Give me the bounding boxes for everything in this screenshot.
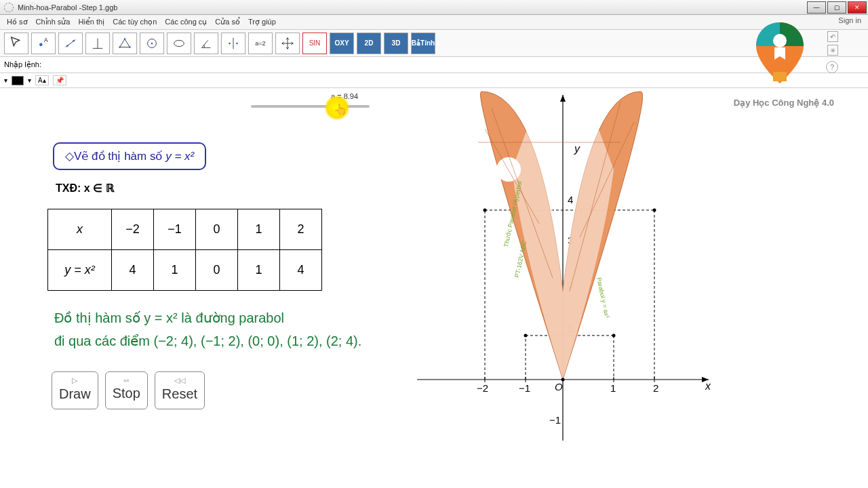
values-table: x −2 −1 0 1 2 y = x² 4 1 0 1 4 [47,209,322,291]
hand-cursor-icon: 👆 [334,103,347,116]
svg-point-55 [653,209,656,212]
table-cell: 0 [196,250,238,291]
svg-point-42 [496,157,521,182]
input-bar: Nhập lệnh: [0,57,868,73]
help-icon[interactable]: ? [826,61,838,73]
menu-item[interactable]: Các tùy chọn [108,18,161,26]
table-row: y = x² 4 1 0 1 4 [48,250,322,291]
svg-text:4: 4 [568,194,573,205]
tool-ellipse[interactable] [167,33,191,54]
tool-polygon[interactable] [113,33,137,54]
slider-track[interactable] [251,105,370,108]
svg-text:Parabol y = ax²: Parabol y = ax² [595,277,610,319]
tool-move-view[interactable] [275,33,300,54]
table-cell: 2 [280,209,322,250]
tool-2d[interactable]: 2D [357,33,381,54]
menu-item[interactable]: Chỉnh sửa [32,18,75,26]
draw-button[interactable]: ▷Draw [52,371,98,409]
svg-marker-22 [560,95,566,102]
function-title-box: ◇Vẽ đồ thị hàm số y = x² [53,142,206,170]
command-input[interactable] [44,61,864,69]
svg-point-12 [151,42,153,44]
menu-item[interactable]: Trợ giúp [244,18,280,26]
svg-point-8 [124,38,126,40]
brand-text: Dạy Học Công Nghệ 4.0 [734,98,834,108]
tool-reflect[interactable] [221,33,245,54]
svg-point-52 [524,334,528,338]
svg-rect-18 [773,72,787,81]
app-icon [4,3,14,12]
brand-logo [753,19,807,87]
caption-line: đi qua các điểm (−2; 4), (−1; 2), (0; 0)… [54,329,361,352]
svg-point-3 [66,45,68,47]
menu-item[interactable]: Hiển thị [74,18,108,26]
svg-point-51 [484,209,487,212]
window-title: Minh-hoa-Parabol -Step 1.ggb [18,3,117,12]
rewind-icon: ◁◁ [162,376,197,385]
svg-marker-7 [120,39,130,47]
caption-text: Đồ thị hàm số y = x² là đường parabol đi… [54,306,361,352]
svg-point-0 [39,43,43,46]
row-header: y = x² [48,250,112,291]
menu-item[interactable]: Hồ sơ [3,18,32,26]
tool-line[interactable] [58,33,83,54]
style-bar: ▾ ▾ A▴ 📌 [0,73,868,88]
tool-slider[interactable]: a=2 [248,33,273,54]
svg-text:−2: −2 [477,382,488,394]
svg-text:1: 1 [610,382,616,394]
view-controls: ↶ ✳ [827,31,838,56]
svg-text:2: 2 [653,382,658,394]
svg-text:−1: −1 [549,414,561,426]
table-cell: 4 [112,250,154,291]
svg-point-13 [174,40,184,46]
color-swatch[interactable] [12,76,24,85]
svg-point-16 [236,42,238,44]
domain-text: TXĐ: x ∈ ℝ [56,182,115,195]
dropdown-arrow-icon[interactable]: ▾ [4,77,7,84]
svg-point-17 [773,34,787,47]
tool-sin[interactable]: SIN [302,33,327,54]
pin-icon[interactable]: 📌 [53,75,66,85]
tool-spreadsheet[interactable]: BảTính [411,33,435,54]
y-axis-label: y [574,143,580,155]
menu-item[interactable]: Cửa sổ [211,18,244,26]
minimize-button[interactable]: — [807,1,826,14]
tool-angle[interactable] [194,33,218,54]
settings-icon[interactable]: ✳ [827,45,838,56]
window-controls: — ▢ ✕ [807,1,867,14]
stop-button[interactable]: ▫▫Stop [105,371,148,409]
coordinate-graph: x y O −2−112 1234−1 Thước Parabol Hyperb… [417,88,715,468]
tool-move[interactable] [4,33,28,54]
close-button[interactable]: ✕ [848,1,867,14]
reset-button[interactable]: ◁◁Reset [155,371,205,409]
table-cell: 1 [154,250,196,291]
dropdown-arrow-icon[interactable]: ▾ [28,77,31,84]
menu-bar: Hồ sơ Chỉnh sửa Hiển thị Các tùy chọn Cá… [0,15,868,30]
svg-point-9 [129,46,131,48]
svg-text:−1: −1 [519,382,530,394]
action-buttons: ▷Draw ▫▫Stop ◁◁Reset [52,371,205,409]
title-formula: y = x² [165,150,194,163]
signin-link[interactable]: Sign in [838,16,861,24]
caption-line: Đồ thị hàm số y = x² là đường parabol [54,306,361,329]
tool-point[interactable]: A [31,33,56,54]
tool-3d[interactable]: 3D [384,33,408,54]
tool-perpendicular[interactable] [85,33,110,54]
svg-point-54 [612,334,616,338]
row-header: x [48,209,112,250]
table-cell: −1 [154,209,196,250]
toolbar: A a=2 SIN OXY 2D 3D BảTính [0,30,868,57]
input-label: Nhập lệnh: [4,60,41,69]
undo-icon[interactable]: ↶ [827,31,838,42]
maximize-button[interactable]: ▢ [827,1,846,14]
tool-oxy[interactable]: OXY [330,33,354,54]
svg-text:A: A [44,37,48,43]
table-cell: 1 [238,250,280,291]
play-icon: ▷ [59,376,91,385]
x-axis-label: x [705,380,711,392]
svg-point-15 [229,42,231,44]
font-size-label[interactable]: A▴ [35,75,49,85]
table-cell: 1 [238,209,280,250]
tool-circle[interactable] [140,33,164,54]
menu-item[interactable]: Các công cụ [161,18,211,26]
